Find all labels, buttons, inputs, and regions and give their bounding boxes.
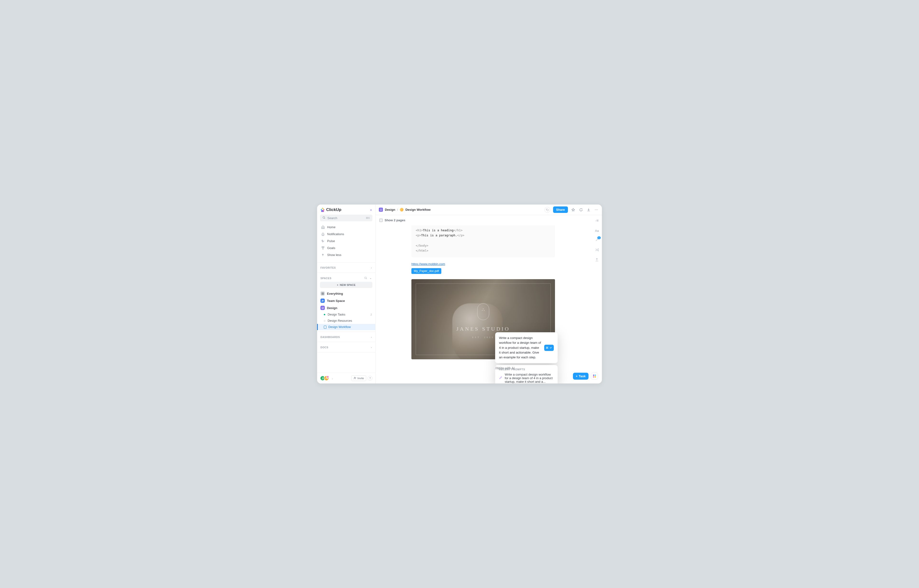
sidebar-collapse-icon[interactable]: « bbox=[370, 208, 372, 212]
indent-icon[interactable] bbox=[595, 219, 599, 224]
nav-label: Home bbox=[327, 225, 335, 229]
child-design-resources[interactable]: Design Resources bbox=[317, 318, 375, 324]
space-everything[interactable]: Everything bbox=[317, 290, 375, 297]
search-input[interactable]: Search ⌘K bbox=[320, 215, 372, 221]
recent-prompt-item[interactable]: Write a compact design workflow for a de… bbox=[499, 373, 554, 383]
avatar[interactable]: JS bbox=[324, 376, 329, 381]
new-space-label: NEW SPACE bbox=[340, 283, 356, 286]
doc-subheader: Show 2 pages bbox=[375, 215, 602, 225]
sidebar: ClickUp « Search ⌘K Home Notifications P… bbox=[317, 205, 375, 383]
brand-name: ClickUp bbox=[326, 207, 341, 212]
ai-prompt-input[interactable]: Write a compact design workflow for a de… bbox=[495, 332, 558, 363]
plus-icon: + bbox=[576, 375, 578, 378]
space-team[interactable]: Team Space bbox=[317, 297, 375, 304]
ai-submit-button[interactable]: ⌘ ↵ bbox=[544, 345, 554, 351]
recent-prompt-text: Write a compact design workflow for a de… bbox=[505, 373, 554, 383]
child-label: Design Resources bbox=[328, 319, 352, 323]
child-design-tasks[interactable]: Design Tasks 2 bbox=[317, 312, 375, 318]
search-shortcut: ⌘K bbox=[366, 216, 370, 220]
breadcrumb-sep: / bbox=[397, 208, 398, 212]
avatar-stack[interactable]: J JS bbox=[320, 376, 329, 381]
svg-rect-2 bbox=[322, 292, 322, 293]
trophy-icon bbox=[321, 246, 325, 250]
apps-button[interactable] bbox=[591, 373, 598, 380]
item-count: 2 bbox=[371, 313, 372, 316]
shuffle-icon[interactable] bbox=[595, 248, 599, 253]
space-label: Design bbox=[327, 306, 337, 310]
space-design[interactable]: Design bbox=[317, 304, 375, 312]
divider bbox=[317, 352, 375, 352]
folder-icon bbox=[400, 208, 403, 212]
upload-icon[interactable] bbox=[595, 258, 599, 262]
breadcrumb-workflow[interactable]: Design Workflow bbox=[405, 208, 430, 212]
hero-subtitle: EST. 2023 bbox=[472, 336, 494, 339]
breadcrumb-design[interactable]: Design bbox=[385, 208, 395, 212]
svg-rect-3 bbox=[323, 292, 324, 293]
hero-title: JANES STUDIO bbox=[456, 326, 510, 332]
nav-home[interactable]: Home bbox=[319, 224, 374, 231]
pencil-icon bbox=[499, 376, 502, 380]
chevron-down-icon[interactable]: ⌄ bbox=[330, 377, 333, 380]
typography-icon[interactable]: Aa bbox=[595, 229, 599, 233]
new-task-button[interactable]: + Task bbox=[573, 373, 589, 380]
plus-icon: + bbox=[337, 283, 338, 286]
search-placeholder: Search bbox=[327, 216, 337, 220]
brand-logo[interactable]: ClickUp bbox=[320, 207, 341, 212]
comment-icon[interactable] bbox=[578, 208, 583, 212]
code-text: This is a paragraph. bbox=[421, 233, 457, 237]
code-tag: </body> bbox=[416, 244, 429, 247]
chevron-right-icon: › bbox=[371, 266, 372, 269]
show-pages-label[interactable]: Show 2 pages bbox=[385, 218, 405, 222]
people-icon bbox=[320, 299, 325, 303]
docs-label: DOCS bbox=[320, 346, 328, 349]
nav-show-less[interactable]: Show less bbox=[319, 251, 374, 258]
invite-label: Invite bbox=[358, 377, 364, 380]
nav-notifications[interactable]: Notifications bbox=[319, 231, 374, 237]
space-label: Everything bbox=[327, 292, 343, 296]
right-rail: Aa 1 bbox=[592, 215, 602, 383]
docs-header[interactable]: DOCS › bbox=[317, 344, 375, 351]
nav-label: Show less bbox=[327, 253, 341, 257]
dashboards-header[interactable]: DASHBOARDS › bbox=[317, 333, 375, 341]
svg-rect-10 bbox=[380, 209, 382, 210]
search-icon[interactable] bbox=[364, 276, 367, 280]
chevron-down-icon[interactable]: ⌄ bbox=[369, 276, 372, 280]
tag-icon[interactable] bbox=[544, 207, 551, 213]
download-icon[interactable] bbox=[586, 208, 591, 212]
spaces-header[interactable]: SPACES ⌄ bbox=[317, 274, 375, 282]
topbar: Design / Design Workflow Share ⋯ bbox=[375, 205, 602, 215]
help-button[interactable]: ? bbox=[367, 376, 372, 381]
external-link[interactable]: https://www.mobbin.com bbox=[411, 262, 592, 266]
nav-label: Pulse bbox=[327, 239, 335, 243]
sidebar-header: ClickUp « bbox=[317, 205, 375, 215]
grid-icon bbox=[320, 291, 325, 296]
link-text[interactable]: https://www.mobbin.com bbox=[411, 262, 445, 266]
child-design-workflow[interactable]: Design Workflow bbox=[317, 324, 375, 330]
favorites-header[interactable]: FAVORITES › bbox=[317, 264, 375, 271]
ai-prompt-text[interactable]: Write a compact design workflow for a de… bbox=[499, 336, 541, 360]
svg-point-7 bbox=[323, 300, 323, 301]
star-icon[interactable] bbox=[571, 208, 576, 212]
app-window: ClickUp « Search ⌘K Home Notifications P… bbox=[317, 205, 602, 383]
search-icon bbox=[322, 216, 325, 220]
nav-label: Notifications bbox=[327, 232, 344, 236]
nav-label: Goals bbox=[327, 246, 335, 250]
hero-logo-icon bbox=[477, 303, 489, 320]
code-tag: <h1> bbox=[416, 228, 423, 232]
task-label: Task bbox=[579, 375, 586, 378]
new-space-button[interactable]: + NEW SPACE bbox=[320, 282, 372, 288]
clickup-logo-icon bbox=[320, 208, 325, 212]
doc-body[interactable]: <h1>This is a heading</h1> <p>This is a … bbox=[375, 225, 602, 383]
code-text: This is a heading bbox=[423, 228, 453, 232]
svg-point-0 bbox=[323, 216, 325, 218]
ai-wand-icon[interactable]: 1 bbox=[595, 238, 599, 242]
invite-button[interactable]: Invite bbox=[351, 375, 366, 381]
file-attachment[interactable]: My_Paper_doc.pdf bbox=[411, 268, 441, 274]
share-button[interactable]: Share bbox=[553, 207, 568, 213]
nav-list: Home Notifications Pulse Goals Show less bbox=[317, 224, 375, 261]
dashboards-label: DASHBOARDS bbox=[320, 336, 340, 339]
more-icon[interactable]: ⋯ bbox=[594, 208, 599, 212]
nav-goals[interactable]: Goals bbox=[319, 244, 374, 251]
nav-pulse[interactable]: Pulse bbox=[319, 237, 374, 244]
sidebar-footer: J JS ⌄ Invite ? bbox=[317, 373, 375, 383]
